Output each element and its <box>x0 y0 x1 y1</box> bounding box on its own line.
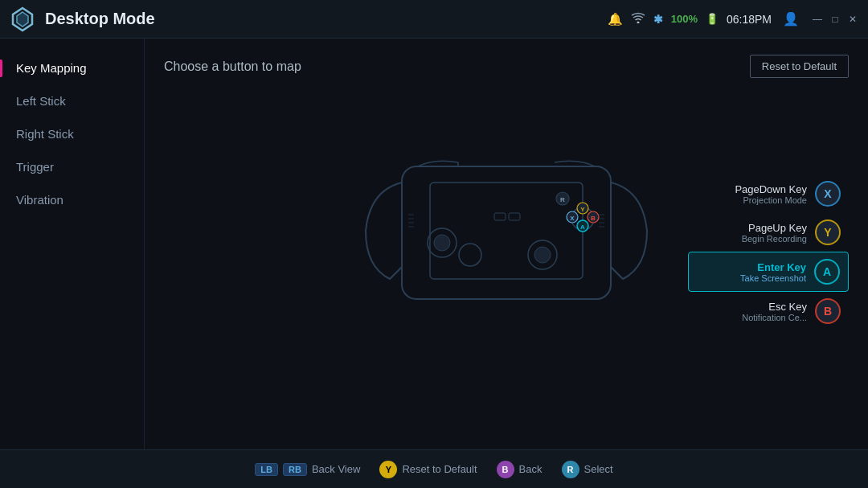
app-logo <box>10 6 35 32</box>
b-button-circle: B <box>815 298 841 324</box>
sidebar-item-vibration[interactable]: Vibration <box>0 183 144 216</box>
mapping-esc-action: Notification Ce... <box>742 313 807 322</box>
device-illustration: Y X B A <box>338 118 675 343</box>
lb-badge: LB <box>255 463 278 476</box>
minimize-button[interactable]: — <box>812 14 823 25</box>
profile-icon: 👤 <box>783 11 799 27</box>
back-item[interactable]: B Back <box>497 461 542 478</box>
sidebar-item-right-stick[interactable]: Right Stick <box>0 117 144 150</box>
battery-percent: 100% <box>671 13 698 25</box>
bottombar: LB RB Back View Y Reset to Default B Bac… <box>0 449 868 488</box>
mapping-pageup-key: PageUp Key <box>742 222 807 234</box>
b-icon: B <box>497 461 514 478</box>
svg-point-6 <box>434 235 450 251</box>
mapping-pagedown-action: Projection Mode <box>735 195 807 205</box>
restore-button[interactable]: □ <box>829 14 841 25</box>
mapping-enter[interactable]: Enter Key Take Screenshot A <box>688 252 849 292</box>
app-title: Desktop Mode <box>45 10 608 28</box>
sidebar-item-key-mapping[interactable]: Key Mapping <box>0 51 144 84</box>
content-header: Choose a button to map Reset to Default <box>164 55 849 78</box>
mapping-pagedown-text: PageDown Key Projection Mode <box>735 183 807 205</box>
back-label: Back <box>519 463 542 475</box>
mapping-esc-text: Esc Key Notification Ce... <box>742 301 807 322</box>
back-view-item[interactable]: LB RB Back View <box>255 463 360 476</box>
mapping-pagedown[interactable]: PageDown Key Projection Mode X <box>688 174 849 213</box>
reset-default-item[interactable]: Y Reset to Default <box>379 461 477 478</box>
sidebar-item-left-stick[interactable]: Left Stick <box>0 84 144 117</box>
mapping-enter-text: Enter Key Take Screenshot <box>740 261 806 283</box>
reset-to-default-button[interactable]: Reset to Default <box>750 55 849 78</box>
titlebar: Desktop Mode 🔔 ✱ 100% 🔋 06:18PM 👤 — □ ✕ <box>0 0 868 39</box>
svg-rect-19 <box>494 213 506 220</box>
svg-point-9 <box>459 244 481 266</box>
clock: 06:18PM <box>727 13 772 26</box>
wifi-icon <box>631 12 645 26</box>
main-layout: Key Mapping Left Stick Right Stick Trigg… <box>0 39 868 449</box>
svg-text:B: B <box>591 215 596 222</box>
a-button-circle: A <box>814 259 840 285</box>
svg-rect-20 <box>509 213 520 220</box>
svg-text:A: A <box>580 223 585 231</box>
svg-point-8 <box>534 247 551 263</box>
svg-text:X: X <box>570 215 575 222</box>
select-label: Select <box>584 463 613 475</box>
window-controls: — □ ✕ <box>812 14 858 25</box>
mapping-pageup-action: Begin Recording <box>742 234 807 244</box>
svg-point-2 <box>637 22 639 24</box>
mapping-enter-key: Enter Key <box>740 261 806 273</box>
select-item[interactable]: R Select <box>562 461 613 478</box>
mapping-pageup-text: PageUp Key Begin Recording <box>742 222 807 244</box>
r-icon: R <box>562 461 579 478</box>
close-button[interactable]: ✕ <box>847 14 858 25</box>
mapping-esc-key: Esc Key <box>742 301 807 313</box>
sidebar: Key Mapping Left Stick Right Stick Trigg… <box>0 39 145 449</box>
mapping-pageup[interactable]: PageUp Key Begin Recording Y <box>688 213 849 252</box>
battery-icon: 🔋 <box>706 13 719 25</box>
sidebar-item-trigger[interactable]: Trigger <box>0 150 144 183</box>
bell-icon: 🔔 <box>608 12 623 27</box>
y-icon: Y <box>379 461 397 478</box>
right-button-panel: PageDown Key Projection Mode X PageUp Ke… <box>688 174 849 330</box>
x-button-circle: X <box>815 181 841 207</box>
mapping-enter-action: Take Screenshot <box>740 273 806 283</box>
svg-marker-1 <box>17 12 28 27</box>
reset-label: Reset to Default <box>402 463 477 475</box>
rb-badge: RB <box>283 463 307 476</box>
mapping-esc[interactable]: Esc Key Notification Ce... B <box>688 292 849 330</box>
svg-text:R: R <box>560 196 565 203</box>
content-prompt: Choose a button to map <box>164 59 301 74</box>
status-bar: 🔔 ✱ 100% 🔋 06:18PM 👤 <box>608 11 799 27</box>
mapping-pagedown-key: PageDown Key <box>735 183 807 195</box>
svg-text:Y: Y <box>580 206 585 213</box>
content-area: Choose a button to map Reset to Default <box>145 39 868 449</box>
bluetooth-icon: ✱ <box>653 13 663 26</box>
back-view-label: Back View <box>312 463 360 475</box>
y-button-circle: Y <box>815 219 841 245</box>
device-area: Y X B A <box>164 94 849 367</box>
